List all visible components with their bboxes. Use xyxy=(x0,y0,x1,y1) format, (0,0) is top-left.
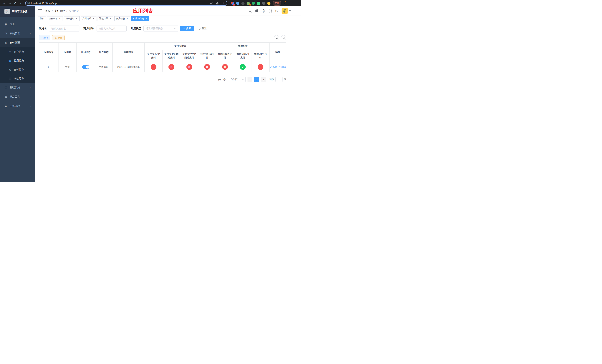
wechat-extension-icon[interactable] xyxy=(252,2,255,5)
chevron-up-icon: › xyxy=(29,42,32,44)
workflow-icon: ▣ xyxy=(4,104,8,108)
sidebar-item-refund-orders[interactable]: ≣ 退款订单 xyxy=(0,74,35,83)
reset-button[interactable]: 重置 xyxy=(196,26,209,31)
col-status: 开启状态 xyxy=(77,43,95,62)
close-icon[interactable]: × xyxy=(145,17,148,20)
reload-icon[interactable]: ⟳ xyxy=(13,0,18,6)
notes-extension-icon[interactable] xyxy=(257,2,260,5)
chevron-down-icon xyxy=(289,10,291,11)
help-icon[interactable]: ? xyxy=(262,9,265,13)
close-icon[interactable]: × xyxy=(126,17,129,20)
breadcrumb-payment[interactable]: 支付管理 xyxy=(54,9,65,13)
tab-refund-orders[interactable]: 退款订单 × xyxy=(97,16,113,21)
avatar-extension-icon[interactable]: 1 xyxy=(247,2,250,5)
refund-doc-icon: ≣ xyxy=(8,77,12,80)
col-app-name: 应用名 xyxy=(58,43,77,62)
alipay-wap-status-icon: ✕ xyxy=(186,64,192,70)
hamburger-icon[interactable] xyxy=(38,9,42,13)
home-icon[interactable]: ⌂ xyxy=(19,0,24,6)
sidebar-item-dev-tools[interactable]: ⚒ 研发工具 › xyxy=(0,92,35,101)
close-icon[interactable]: × xyxy=(92,17,95,20)
goto-page-input[interactable] xyxy=(275,77,282,82)
tab-merchant-info[interactable]: 商户信息 × xyxy=(114,16,130,21)
site-info-icon[interactable]: ⓘ xyxy=(27,1,30,5)
sidebar-item-workflow[interactable]: ▣ 工作流程 › xyxy=(0,101,35,111)
delete-link[interactable]: 删除 xyxy=(279,65,286,69)
col-wx-jsapi: 微信 JSAPI 支付 xyxy=(234,50,252,62)
col-actions: 操作 xyxy=(269,43,286,62)
drop-extension-icon[interactable] xyxy=(236,2,239,5)
sidebar-item-app-info[interactable]: ▦ 应用信息 xyxy=(0,56,35,65)
extension-badge: 1 xyxy=(249,4,251,6)
sidebar-item-payment[interactable]: ¥ 支付管理 › xyxy=(0,38,35,47)
prev-page-button[interactable]: ‹ xyxy=(247,77,252,82)
cell-created: 2021-10-23 08:49:25 xyxy=(113,62,145,72)
font-size-icon[interactable]: TT xyxy=(275,9,279,13)
tab-pay-orders[interactable]: 支付订单 × xyxy=(81,16,97,21)
alipay-app-status-icon: ✕ xyxy=(151,64,156,70)
sidebar-item-system[interactable]: ⚙ 系统管理 › xyxy=(0,29,35,38)
pagination-total: 共 1 条 xyxy=(218,78,226,81)
close-icon[interactable]: × xyxy=(58,17,61,20)
refresh-button[interactable] xyxy=(281,35,286,40)
sidebar-menu: ◉ 首页 ⚙ 系统管理 › ¥ 支付管理 › ▤ 商户信息 ▦ xyxy=(0,17,35,111)
tab-process-form[interactable]: 流程表单 × xyxy=(47,16,63,21)
sidebar-item-merchant-info[interactable]: ▤ 商户信息 xyxy=(0,47,35,56)
emoji-extension-icon[interactable] xyxy=(267,2,270,5)
filter-form: 应用名 商户名称 开启状态 请选择开启状态 xyxy=(39,26,297,32)
github-icon[interactable] xyxy=(255,9,258,13)
forward-icon[interactable]: → xyxy=(7,0,13,6)
close-icon[interactable]: × xyxy=(109,17,112,20)
breadcrumb-app-info: 应用信息 xyxy=(69,9,79,13)
url-text[interactable]: localhost:1024/pay/app xyxy=(31,2,57,5)
browser-update-button[interactable]: 更新 xyxy=(273,1,281,6)
sidebar-item-pay-orders[interactable]: ◎ 支付订单 xyxy=(0,65,35,74)
col-created: 创建时间 xyxy=(113,43,145,62)
goto-unit: 页 xyxy=(284,78,286,81)
bank-card-icon: ▤ xyxy=(8,50,12,54)
dark-extension-icon[interactable] xyxy=(241,2,245,5)
pagination: 共 1 条 10条/页 ‹ 1 › 前往 页 xyxy=(39,77,286,82)
active-dot xyxy=(133,18,134,20)
add-button[interactable]: + 新增 xyxy=(39,35,50,40)
chevron-down-icon: › xyxy=(29,105,32,107)
hide-search-button[interactable] xyxy=(274,35,279,40)
fullscreen-icon[interactable] xyxy=(268,9,272,13)
tags-view-bar: 首页 流程表单 × 用户分组 × 支付订单 × 退款订单 × 商户信息 × xyxy=(35,16,301,22)
export-button[interactable]: 导出 xyxy=(52,35,64,40)
browser-menu-icon[interactable]: ⋮ xyxy=(282,1,287,5)
sidebar-item-infrastructure[interactable]: ▢ 基础设施 › xyxy=(0,83,35,92)
share-icon[interactable] xyxy=(215,1,219,5)
extensions-row: 10 1 xyxy=(231,2,270,5)
svg-text:?: ? xyxy=(263,10,264,12)
address-bar[interactable]: ⓘ localhost:1024/pay/app ☆ xyxy=(25,1,227,6)
payment-submenu: ▤ 商户信息 ▦ 应用信息 ◎ 支付订单 ≣ 退款订单 xyxy=(0,47,35,83)
app-logo[interactable]: 🐰 芋道管理系统 xyxy=(0,6,35,17)
dashboard-icon: ◉ xyxy=(4,22,8,26)
next-page-button[interactable]: › xyxy=(261,77,266,82)
page-number-1[interactable]: 1 xyxy=(254,77,259,82)
app-name-input[interactable] xyxy=(52,27,77,30)
pin-extension-icon[interactable] xyxy=(262,2,265,5)
user-avatar-menu[interactable]: 😜 xyxy=(281,8,291,14)
breadcrumb-home[interactable]: 首页 xyxy=(45,9,50,13)
search-button[interactable]: 搜索 xyxy=(180,26,194,31)
key-icon[interactable] xyxy=(210,1,213,5)
sidebar: 🐰 芋道管理系统 ◉ 首页 ⚙ 系统管理 › ¥ 支付管理 › ▤ 商户信 xyxy=(0,6,35,182)
tab-app-info[interactable]: 应用信息 × xyxy=(131,16,149,21)
svg-text:T: T xyxy=(275,10,277,12)
tab-home[interactable]: 首页 xyxy=(38,16,46,21)
status-select[interactable]: 请选择开启状态 xyxy=(143,26,178,32)
bookmark-star-icon[interactable]: ☆ xyxy=(221,1,225,5)
sidebar-item-home[interactable]: ◉ 首页 xyxy=(0,20,35,29)
status-toggle[interactable] xyxy=(82,65,89,69)
wx-mini-status-icon: ✕ xyxy=(222,64,228,70)
back-icon[interactable]: ← xyxy=(2,0,7,6)
page-size-select[interactable]: 10条/页 xyxy=(228,77,246,82)
close-icon[interactable]: × xyxy=(75,17,78,20)
merchant-name-input[interactable] xyxy=(99,27,124,30)
tab-user-group[interactable]: 用户分组 × xyxy=(64,16,80,21)
edit-link[interactable]: 修改 xyxy=(270,65,277,69)
search-icon[interactable] xyxy=(248,9,252,13)
extension-grid-icon[interactable]: 10 xyxy=(231,2,234,5)
